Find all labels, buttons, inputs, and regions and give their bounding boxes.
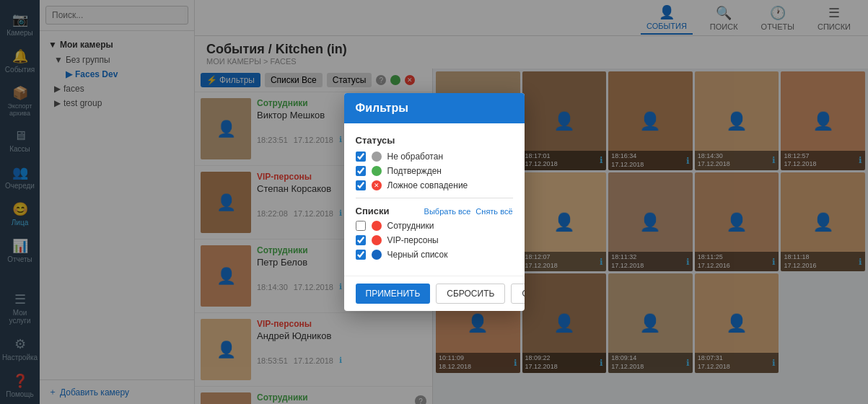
- list-vip-dot: [372, 235, 382, 245]
- lists-header: Списки Выбрать все Снять всё: [356, 206, 513, 216]
- status-row-confirmed: Подтвержден: [356, 166, 513, 176]
- list-blacklist-checkbox[interactable]: [356, 250, 366, 260]
- status-false-label: Ложное совпадение: [387, 180, 468, 190]
- apply-button[interactable]: ПРИМЕНИТЬ: [356, 284, 431, 304]
- reset-button[interactable]: СБРОСИТЬ: [436, 284, 505, 304]
- list-row-vip: VIP-персоны: [356, 235, 513, 245]
- modal-footer: ПРИМЕНИТЬ СБРОСИТЬ ОТМЕНА: [344, 276, 525, 311]
- modal-overlay[interactable]: Фильтры Статусы Не обработан Подтвержден…: [0, 0, 868, 404]
- select-all-link[interactable]: Выбрать все: [424, 207, 471, 216]
- lists-scroll-area: Сотрудники VIP-персоны Черный список: [356, 221, 513, 264]
- status-unprocessed-checkbox[interactable]: [356, 152, 366, 162]
- filters-modal: Фильтры Статусы Не обработан Подтвержден…: [344, 93, 525, 311]
- status-confirmed-label: Подтвержден: [387, 166, 442, 176]
- modal-header: Фильтры: [344, 93, 525, 123]
- status-false-checkbox[interactable]: [356, 180, 366, 190]
- list-employees-dot: [372, 221, 382, 231]
- list-employees-checkbox[interactable]: [356, 221, 366, 231]
- status-gray-dot: [372, 152, 382, 162]
- deselect-all-link[interactable]: Снять всё: [475, 207, 512, 216]
- lists-section-title: Списки: [356, 206, 390, 216]
- status-green-dot: [372, 166, 382, 176]
- cancel-button[interactable]: ОТМЕНА: [511, 284, 524, 304]
- list-row-employees: Сотрудники: [356, 221, 513, 231]
- list-employees-label: Сотрудники: [387, 221, 434, 231]
- status-row-false: ✕ Ложное совпадение: [356, 180, 513, 190]
- status-confirmed-checkbox[interactable]: [356, 166, 366, 176]
- modal-divider: [356, 198, 513, 198]
- list-blacklist-label: Черный список: [387, 250, 448, 260]
- lists-links: Выбрать все Снять всё: [421, 207, 513, 216]
- list-blacklist-dot: [372, 250, 382, 260]
- list-row-blacklist: Черный список: [356, 250, 513, 260]
- list-vip-checkbox[interactable]: [356, 235, 366, 245]
- status-red-x-dot: ✕: [372, 180, 382, 190]
- modal-body: Статусы Не обработан Подтвержден ✕ Ложно…: [344, 123, 525, 276]
- status-unprocessed-label: Не обработан: [387, 152, 444, 162]
- status-row-unprocessed: Не обработан: [356, 152, 513, 162]
- list-vip-label: VIP-персоны: [387, 235, 439, 245]
- statuses-section-title: Статусы: [356, 135, 513, 146]
- modal-title: Фильтры: [356, 102, 408, 114]
